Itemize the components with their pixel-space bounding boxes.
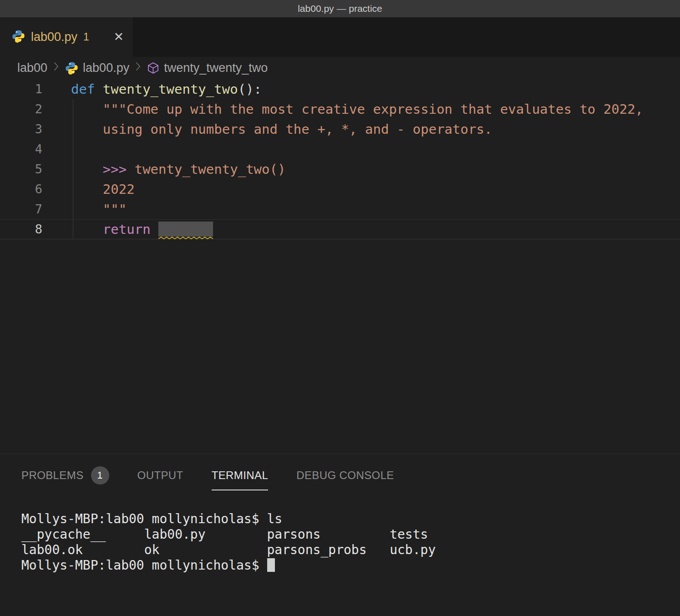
- panel-tab-bar: PROBLEMS1OUTPUTTERMINALDEBUG CONSOLE: [0, 454, 680, 490]
- line-number[interactable]: 7: [0, 199, 57, 219]
- bottom-panel: PROBLEMS1OUTPUTTERMINALDEBUG CONSOLE Mol…: [0, 454, 680, 616]
- code-line-6[interactable]: 6 2022: [0, 179, 680, 199]
- code-text: """Come up with the most creative expres…: [57, 99, 643, 119]
- code-line-4[interactable]: 4: [0, 139, 680, 159]
- panel-tab-label: DEBUG CONSOLE: [296, 469, 394, 482]
- line-number[interactable]: 8: [0, 220, 57, 239]
- code-text: [57, 139, 71, 159]
- python-icon: [12, 30, 25, 43]
- editor-tab-bar: lab00.py 1 ✕: [0, 17, 680, 57]
- breadcrumb-item-lab00[interactable]: lab00: [17, 61, 47, 75]
- code-line-1[interactable]: 1def twenty_twenty_two():: [0, 79, 680, 99]
- window-titlebar: lab00.py — practice: [0, 0, 680, 17]
- window-title: lab00.py — practice: [298, 3, 382, 14]
- code-text: return: [57, 220, 213, 239]
- terminal-cursor: [267, 558, 275, 572]
- terminal-line: lab00.ok ok parsons_probs ucb.py: [21, 542, 680, 558]
- problems-count-badge: 1: [91, 466, 109, 485]
- breadcrumb: lab00lab00.pytwenty_twenty_two: [0, 57, 680, 79]
- tab-lab00py[interactable]: lab00.py 1 ✕: [0, 17, 133, 57]
- editor-lines: 1def twenty_twenty_two():2 """Come up wi…: [0, 79, 680, 239]
- code-line-5[interactable]: 5 >>> twenty_twenty_two(): [0, 159, 680, 179]
- python-icon: [12, 30, 25, 45]
- code-line-2[interactable]: 2 """Come up with the most creative expr…: [0, 99, 680, 119]
- code-line-3[interactable]: 3 using only numbers and the +, *, and -…: [0, 119, 680, 139]
- chevron-right-icon: [135, 61, 142, 72]
- code-text: using only numbers and the +, *, and - o…: [57, 119, 492, 139]
- code-line-7[interactable]: 7 """: [0, 199, 680, 219]
- tab-warning-count-badge: 1: [83, 31, 89, 43]
- line-number[interactable]: 2: [0, 99, 57, 119]
- line-number[interactable]: 5: [0, 159, 57, 179]
- panel-tab-terminal[interactable]: TERMINAL: [212, 461, 269, 490]
- line-number[interactable]: 4: [0, 139, 57, 159]
- panel-tab-label: OUTPUT: [137, 469, 183, 482]
- code-editor[interactable]: 1def twenty_twenty_two():2 """Come up wi…: [0, 79, 680, 454]
- panel-tab-output[interactable]: OUTPUT: [137, 461, 183, 490]
- code-text: """: [57, 199, 127, 219]
- breadcrumb-label: lab00: [17, 61, 47, 75]
- symbol-function-icon: [147, 62, 159, 74]
- breadcrumb-label: lab00.py: [83, 61, 129, 75]
- line-number[interactable]: 3: [0, 119, 57, 139]
- python-icon: [65, 61, 78, 75]
- panel-tab-label: TERMINAL: [212, 469, 269, 482]
- code-text: >>> twenty_twenty_two(): [57, 159, 285, 179]
- breadcrumb-item-twenty_twenty_two[interactable]: twenty_twenty_two: [147, 61, 268, 75]
- panel-tab-debug-console[interactable]: DEBUG CONSOLE: [296, 461, 394, 490]
- breadcrumb-label: twenty_twenty_two: [164, 61, 268, 75]
- code-text: 2022: [57, 179, 135, 199]
- close-icon[interactable]: ✕: [113, 31, 124, 43]
- panel-tab-label: PROBLEMS: [21, 469, 84, 482]
- warning-squiggle-icon: [158, 237, 213, 240]
- highlighted-empty-expression: [158, 222, 213, 237]
- terminal[interactable]: Mollys-MBP:lab00 mollynicholas$ ls__pyca…: [21, 511, 680, 573]
- line-number[interactable]: 1: [0, 79, 57, 99]
- indent-guide: [73, 99, 73, 239]
- code-text: def twenty_twenty_two():: [57, 79, 262, 99]
- terminal-line: Mollys-MBP:lab00 mollynicholas$: [21, 558, 680, 573]
- chevron-right-icon: [53, 61, 60, 72]
- terminal-line: __pycache__ lab00.py parsons tests: [21, 527, 680, 542]
- code-line-8[interactable]: 8 return: [0, 219, 680, 239]
- terminal-line: Mollys-MBP:lab00 mollynicholas$ ls: [21, 511, 680, 527]
- tab-label: lab00.py: [31, 30, 77, 44]
- line-number[interactable]: 6: [0, 179, 57, 199]
- panel-tab-problems[interactable]: PROBLEMS1: [21, 461, 109, 490]
- breadcrumb-item-lab00.py[interactable]: lab00.py: [65, 61, 129, 75]
